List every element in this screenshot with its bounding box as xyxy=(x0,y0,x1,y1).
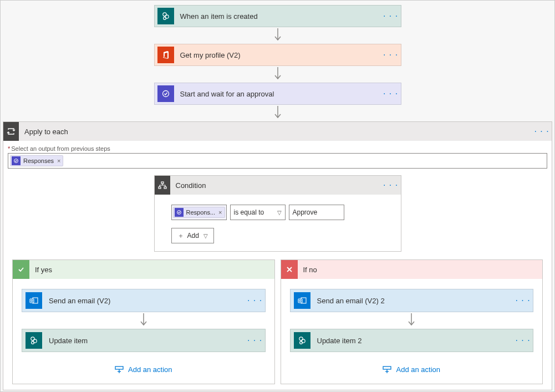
card-menu[interactable]: · · · xyxy=(245,296,265,306)
apply-to-each-body: Select an output from previous steps Res… xyxy=(3,141,552,390)
profile-menu[interactable]: · · · xyxy=(381,50,401,60)
svg-rect-31 xyxy=(383,366,391,369)
arrow-icon xyxy=(274,66,282,83)
arrow-icon xyxy=(408,312,415,329)
chevron-down-icon: ▽ xyxy=(277,210,282,216)
card-label: Update item 2 xyxy=(314,337,513,345)
condition-menu[interactable]: · · · xyxy=(381,180,401,190)
if-no-title: If no xyxy=(303,266,317,274)
condition-body: Respons... × is equal to ▽ Approve xyxy=(155,195,401,251)
token-remove[interactable]: × xyxy=(218,209,222,216)
card-label: Send an email (V2) 2 xyxy=(314,297,513,305)
update-item-yes-card[interactable]: Update item · · · xyxy=(22,329,266,352)
approval-card[interactable]: Start and wait for an approval · · · xyxy=(154,83,401,105)
condition-left-operand[interactable]: Respons... × xyxy=(171,205,227,220)
svg-rect-25 xyxy=(298,299,302,303)
if-yes-header[interactable]: If yes xyxy=(13,260,274,279)
card-label: Send an email (V2) xyxy=(45,297,245,305)
sharepoint-icon xyxy=(26,332,42,349)
apply-to-each-title: Apply to each xyxy=(24,128,68,136)
apply-to-each-menu[interactable]: · · · xyxy=(532,126,552,136)
condition-header[interactable]: Condition · · · xyxy=(155,176,401,195)
if-yes-branch: If yes Send an email (V2) · · · xyxy=(12,259,275,384)
svg-rect-9 xyxy=(159,187,161,189)
token-remove[interactable]: × xyxy=(57,157,60,164)
outlook-icon xyxy=(26,292,42,309)
approval-icon xyxy=(175,208,184,217)
trigger-card[interactable]: When an item is created · · · xyxy=(154,5,401,27)
send-email-no-card[interactable]: Send an email (V2) 2 · · · xyxy=(290,289,534,312)
add-action-no[interactable]: Add an action xyxy=(383,365,440,374)
token-text: Responses xyxy=(23,157,54,164)
profile-label: Get my profile (V2) xyxy=(177,51,381,59)
add-action-icon xyxy=(383,366,391,374)
apply-to-each-header[interactable]: Apply to each · · · xyxy=(3,122,552,141)
arrow-icon xyxy=(274,105,282,121)
condition-operator[interactable]: is equal to ▽ xyxy=(230,205,286,220)
svg-point-28 xyxy=(299,337,302,340)
add-condition-button[interactable]: ＋ Add ▽ xyxy=(171,228,214,243)
plus-icon: ＋ xyxy=(177,231,184,241)
chevron-down-icon: ▽ xyxy=(203,233,208,239)
outlook-icon xyxy=(294,292,310,309)
approval-icon xyxy=(12,156,21,165)
profile-card[interactable]: Get my profile (V2) · · · xyxy=(154,44,401,66)
svg-point-16 xyxy=(31,337,34,340)
responses-token[interactable]: Responses × xyxy=(10,155,63,166)
svg-rect-13 xyxy=(30,299,34,303)
arrow-icon xyxy=(140,312,147,329)
approval-label: Start and wait for an approval xyxy=(177,90,381,98)
svg-point-0 xyxy=(162,13,166,16)
approval-icon xyxy=(157,85,174,102)
branches: If yes Send an email (V2) · · · xyxy=(8,252,547,389)
sharepoint-icon xyxy=(157,8,174,24)
svg-rect-19 xyxy=(115,366,123,369)
update-item-no-card[interactable]: Update item 2 · · · xyxy=(290,329,534,352)
top-flow: When an item is created · · · Get my pro… xyxy=(1,1,554,121)
card-menu[interactable]: · · · xyxy=(513,296,533,306)
send-email-yes-card[interactable]: Send an email (V2) · · · xyxy=(22,289,266,312)
office-icon xyxy=(157,47,174,63)
if-no-branch: If no Send an email (V2) 2 · · · xyxy=(281,259,543,384)
trigger-label: When an item is created xyxy=(177,12,381,21)
approval-menu[interactable]: · · · xyxy=(381,89,401,99)
svg-point-5 xyxy=(162,91,169,97)
condition-title: Condition xyxy=(176,181,206,190)
svg-rect-10 xyxy=(164,187,166,189)
output-field-label: Select an output from previous steps xyxy=(8,145,547,152)
check-icon xyxy=(13,260,29,279)
card-menu[interactable]: · · · xyxy=(245,335,265,345)
arrow-icon xyxy=(274,27,282,44)
loop-icon xyxy=(3,122,19,141)
token-text: Respons... xyxy=(186,209,216,216)
card-label: Update item xyxy=(45,337,245,345)
close-icon xyxy=(281,260,298,279)
if-yes-title: If yes xyxy=(35,266,52,274)
add-action-yes[interactable]: Add an action xyxy=(115,365,172,374)
apply-to-each-container: Apply to each · · · Select an output fro… xyxy=(3,121,552,390)
card-menu[interactable]: · · · xyxy=(513,335,533,345)
svg-rect-8 xyxy=(161,182,164,184)
add-action-icon xyxy=(115,366,124,374)
condition-container: Condition · · · Respons... × xyxy=(8,175,547,252)
output-field[interactable]: Responses × xyxy=(8,153,547,169)
if-no-header[interactable]: If no xyxy=(281,260,543,279)
sharepoint-icon xyxy=(294,332,310,349)
condition-right-operand[interactable]: Approve xyxy=(289,205,344,220)
condition-icon xyxy=(155,176,170,195)
trigger-menu[interactable]: · · · xyxy=(381,11,401,21)
